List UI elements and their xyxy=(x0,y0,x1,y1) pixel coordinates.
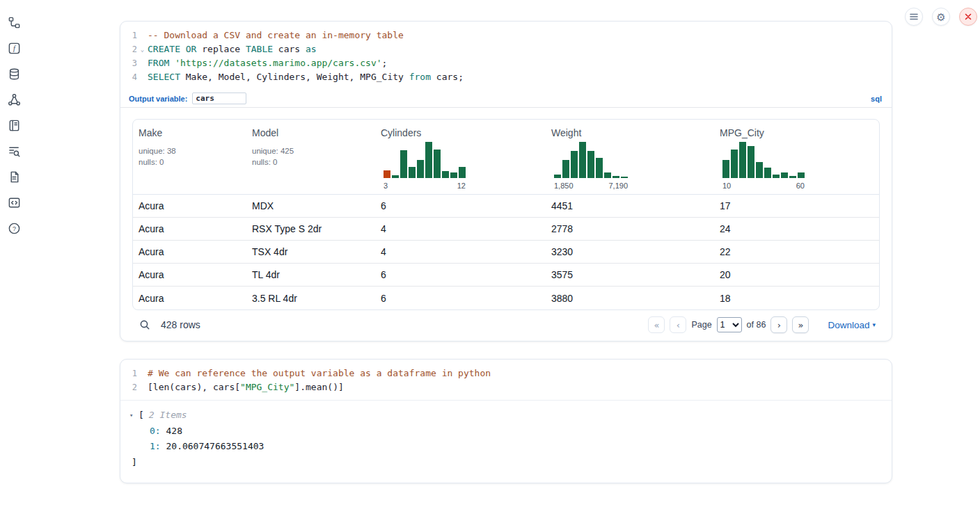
settings-button[interactable]: ⚙ xyxy=(932,8,950,26)
table-cell: 3880 xyxy=(546,293,714,304)
histogram-bar[interactable] xyxy=(442,171,449,178)
search-button[interactable] xyxy=(138,318,152,332)
histogram-bar[interactable] xyxy=(596,158,603,178)
histogram-bar[interactable] xyxy=(400,150,407,178)
histogram-bar[interactable] xyxy=(612,176,619,178)
chevron-left-icon: ‹ xyxy=(677,321,680,330)
code-line[interactable]: 2[len(cars), cars["MPG_City"].mean()] xyxy=(120,380,892,394)
code-line[interactable]: 2⌄CREATE OR replace TABLE cars as xyxy=(120,42,892,56)
table-cell: 4451 xyxy=(546,200,714,211)
menu-button[interactable] xyxy=(905,8,923,26)
data-table: Makeunique: 38nulls: 0Modelunique: 425nu… xyxy=(132,119,880,310)
histogram-bar[interactable] xyxy=(756,162,763,178)
histogram-bar[interactable] xyxy=(571,151,578,178)
table-cell: 3230 xyxy=(546,246,714,257)
code-text: SELECT Make, Model, Cylinders, Weight, M… xyxy=(148,70,464,84)
histogram-bar[interactable] xyxy=(392,175,399,178)
histogram-bar[interactable] xyxy=(425,142,432,178)
histogram-bar[interactable] xyxy=(798,172,805,178)
hamburger-icon xyxy=(909,12,919,22)
histogram-bar[interactable] xyxy=(781,172,788,178)
histogram-bar[interactable] xyxy=(384,170,390,178)
gutter-spacer xyxy=(137,29,148,42)
column-name[interactable]: Cylinders xyxy=(381,127,540,139)
table-cell: 4 xyxy=(375,246,546,257)
previous-page-button[interactable]: ‹ xyxy=(670,316,686,333)
table-cell: 18 xyxy=(714,293,879,304)
table-row: AcuraTSX 4dr4323022 xyxy=(133,241,879,264)
histogram-bars xyxy=(722,142,805,178)
sql-code-editor[interactable]: 1-- Download a CSV and create an in-memo… xyxy=(120,22,892,90)
histogram-bar[interactable] xyxy=(764,168,771,178)
histogram-bar[interactable] xyxy=(789,176,796,178)
fold-chevron-icon[interactable]: ⌄ xyxy=(137,42,148,56)
code-line[interactable]: 1-- Download a CSV and create an in-memo… xyxy=(120,29,892,42)
histogram-bar[interactable] xyxy=(748,146,754,178)
histogram-bar[interactable] xyxy=(554,175,561,178)
notebook-icon[interactable] xyxy=(7,118,21,132)
table-cell: Acura xyxy=(133,246,246,257)
histogram-bar[interactable] xyxy=(417,160,424,178)
column-name[interactable]: MPG_City xyxy=(720,127,874,139)
output-list-items: 0: 4281: 20.060747663551403 xyxy=(129,424,892,455)
line-number: 2 xyxy=(120,42,137,56)
snippets-icon[interactable] xyxy=(7,195,21,209)
column-name[interactable]: Make xyxy=(139,127,241,139)
collapse-chevron-icon[interactable]: ▾ xyxy=(129,408,139,424)
svg-text:?: ? xyxy=(12,225,15,232)
gear-icon: ⚙ xyxy=(936,12,945,22)
next-page-button[interactable]: › xyxy=(770,316,787,333)
histogram-bar[interactable] xyxy=(621,177,628,178)
page-select[interactable]: 1 xyxy=(717,317,742,332)
download-label: Download xyxy=(828,320,869,330)
histogram-bar[interactable] xyxy=(773,175,780,178)
logs-icon[interactable] xyxy=(7,144,21,158)
chevron-right-icon: › xyxy=(777,321,781,330)
table-row: AcuraMDX6445117 xyxy=(133,195,879,218)
histogram-bar[interactable] xyxy=(731,150,738,178)
output-variable-input[interactable] xyxy=(192,92,246,104)
histogram-mpg_city: 1060 xyxy=(722,142,805,190)
documentation-icon[interactable] xyxy=(7,170,21,184)
table-cell: 17 xyxy=(714,200,879,211)
histogram-bar[interactable] xyxy=(450,172,457,178)
histogram-bar[interactable] xyxy=(604,172,611,178)
histogram-bar[interactable] xyxy=(579,142,586,178)
column-name[interactable]: Model xyxy=(252,127,370,139)
code-line[interactable]: 1# We can reference the output variable … xyxy=(120,367,892,380)
file-tree-icon[interactable] xyxy=(7,15,21,29)
code-line[interactable]: 3FROM 'https://datasets.marimo.app/cars.… xyxy=(120,56,892,70)
python-code-editor[interactable]: 1# We can reference the output variable … xyxy=(120,360,892,400)
database-icon[interactable] xyxy=(7,67,21,81)
item-value: 20.060747663551403 xyxy=(166,441,264,451)
function-icon[interactable]: f xyxy=(7,41,21,55)
code-line[interactable]: 4SELECT Make, Model, Cylinders, Weight, … xyxy=(120,70,892,84)
download-button[interactable]: Download ▾ xyxy=(828,320,876,330)
output-list-header: ▾ [ 2 Items xyxy=(129,408,892,424)
column-header-make: Makeunique: 38nulls: 0 xyxy=(133,127,246,190)
help-icon[interactable]: ? xyxy=(7,221,21,235)
chevrons-right-icon: » xyxy=(798,321,803,330)
first-page-button[interactable]: « xyxy=(648,316,665,333)
histogram-bar[interactable] xyxy=(434,150,441,178)
histogram-bar[interactable] xyxy=(739,142,746,178)
table-body: AcuraMDX6445117AcuraRSX Type S 2dr427782… xyxy=(133,195,879,309)
code-text: [len(cars), cars["MPG_City"].mean()] xyxy=(148,380,344,394)
histogram-bar[interactable] xyxy=(562,160,569,178)
histogram-bar[interactable] xyxy=(587,151,594,178)
output-variable-bar: Output variable: sql xyxy=(120,90,892,108)
column-stats: unique: 38nulls: 0 xyxy=(139,145,241,168)
histogram-bar[interactable] xyxy=(722,160,729,178)
dependency-graph-icon[interactable] xyxy=(7,92,21,106)
close-button[interactable] xyxy=(959,8,977,26)
column-header-mpg_city: MPG_City1060 xyxy=(714,127,879,190)
page-label: Page xyxy=(691,320,711,330)
line-number: 1 xyxy=(120,367,137,380)
histogram-bar[interactable] xyxy=(459,167,466,178)
last-page-button[interactable]: » xyxy=(792,316,809,333)
items-count: 2 Items xyxy=(149,408,187,424)
histogram-bar[interactable] xyxy=(409,167,416,178)
table-cell: 24 xyxy=(714,223,879,234)
column-name[interactable]: Weight xyxy=(551,127,709,139)
histogram-weight: 1,8507,190 xyxy=(554,142,628,190)
